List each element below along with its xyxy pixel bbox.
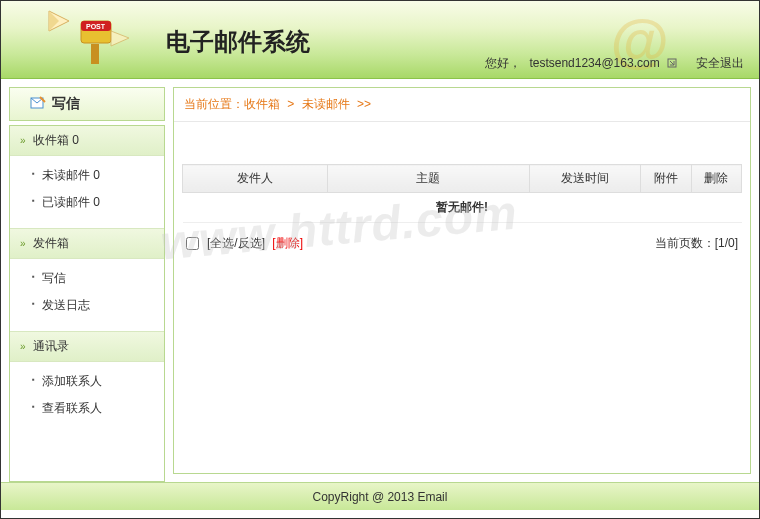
external-link-icon: [667, 57, 677, 71]
col-delete: 删除: [691, 165, 741, 193]
user-email-link[interactable]: testsend1234@163.com: [529, 56, 659, 70]
delete-selected-link[interactable]: [删除]: [272, 236, 303, 250]
mailbox-icon: POST: [41, 6, 131, 71]
select-all-checkbox[interactable]: [186, 237, 199, 250]
app-title: 电子邮件系统: [166, 26, 310, 58]
welcome-text: 您好，: [485, 56, 521, 70]
compose-icon: [30, 96, 46, 113]
table-header-row: 发件人 主题 发送时间 附件 删除: [183, 165, 742, 193]
nav-item-read[interactable]: 已读邮件 0: [10, 189, 164, 216]
breadcrumb-prefix: 当前位置：: [184, 97, 244, 111]
select-toggle-link[interactable]: [全选/反选]: [207, 236, 265, 250]
page-info: 当前页数：[1/0]: [655, 235, 738, 252]
compose-button[interactable]: 写信: [9, 87, 165, 121]
nav-item-compose[interactable]: 写信: [10, 265, 164, 292]
col-time: 发送时间: [529, 165, 641, 193]
nav-section-title: 通讯录: [33, 339, 69, 353]
main-content: 当前位置：收件箱 > 未读邮件 >> 发件人 主题 发送时间 附件 删除: [173, 87, 751, 474]
content-area: 发件人 主题 发送时间 附件 删除 暂无邮件! [全选/反选]: [174, 122, 750, 276]
copyright-text: CopyRight @ 2013 Email: [313, 490, 448, 504]
page-label: 当前页数：: [655, 236, 715, 250]
breadcrumb-part-0[interactable]: 收件箱: [244, 97, 280, 111]
header-userinfo: 您好， testsend1234@163.com 安全退出: [485, 55, 744, 72]
arrow-icon: »: [20, 341, 26, 352]
arrow-icon: »: [20, 238, 26, 249]
nav-box: » 收件箱 0 未读邮件 0 已读邮件 0 » 发件箱 写信: [9, 125, 165, 482]
empty-message: 暂无邮件!: [183, 193, 742, 223]
logout-link[interactable]: 安全退出: [696, 56, 744, 70]
nav-item-unread[interactable]: 未读邮件 0: [10, 162, 164, 189]
col-subject: 主题: [328, 165, 529, 193]
selection-controls: [全选/反选] [删除] 当前页数：[1/0]: [182, 223, 742, 264]
page-value: [1/0]: [715, 236, 738, 250]
nav-item-sendlog[interactable]: 发送日志: [10, 292, 164, 319]
nav-section-outbox[interactable]: » 发件箱: [10, 228, 164, 259]
compose-label: 写信: [52, 95, 80, 113]
nav-item-add-contact[interactable]: 添加联系人: [10, 368, 164, 395]
mail-table: 发件人 主题 发送时间 附件 删除 暂无邮件!: [182, 164, 742, 223]
breadcrumb-sep: >: [287, 97, 294, 111]
nav-item-view-contacts[interactable]: 查看联系人: [10, 395, 164, 422]
nav-section-title: 收件箱 0: [33, 133, 79, 147]
breadcrumb: 当前位置：收件箱 > 未读邮件 >>: [174, 88, 750, 122]
footer: CopyRight @ 2013 Email: [1, 482, 759, 510]
nav-section-title: 发件箱: [33, 236, 69, 250]
svg-text:POST: POST: [86, 23, 106, 30]
nav-section-inbox[interactable]: » 收件箱 0: [10, 126, 164, 156]
breadcrumb-tail: >>: [357, 97, 371, 111]
sidebar: 写信 » 收件箱 0 未读邮件 0 已读邮件 0 » 发件箱: [9, 87, 165, 474]
body-wrapper: 写信 » 收件箱 0 未读邮件 0 已读邮件 0 » 发件箱: [1, 79, 759, 482]
col-sender: 发件人: [183, 165, 328, 193]
nav-section-contacts[interactable]: » 通讯录: [10, 331, 164, 362]
svg-marker-6: [111, 31, 129, 46]
breadcrumb-part-1[interactable]: 未读邮件: [302, 97, 350, 111]
table-empty-row: 暂无邮件!: [183, 193, 742, 223]
col-attachment: 附件: [641, 165, 691, 193]
arrow-icon: »: [20, 135, 26, 146]
app-header: @ POST 电子邮件系统 您好， testsend1234@163.com 安…: [1, 1, 759, 79]
svg-rect-3: [91, 44, 99, 64]
